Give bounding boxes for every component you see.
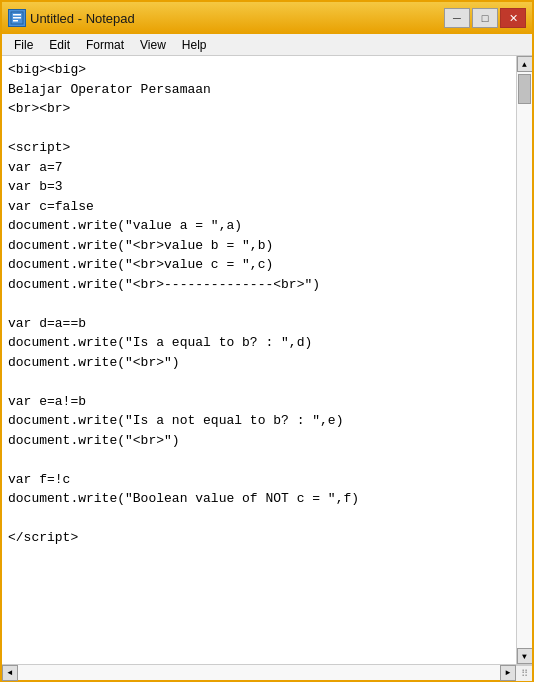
scroll-thumb-vertical[interactable] xyxy=(518,74,531,104)
scroll-up-button[interactable]: ▲ xyxy=(517,56,533,72)
app-icon xyxy=(8,9,26,27)
menu-help[interactable]: Help xyxy=(174,35,215,55)
window-title: Untitled - Notepad xyxy=(30,11,135,26)
editor-container: <big><big> Belajar Operator Persamaan <b… xyxy=(2,56,532,664)
title-bar: Untitled - Notepad ─ □ ✕ xyxy=(2,2,532,34)
svg-rect-2 xyxy=(13,17,21,19)
horizontal-scrollbar: ◄ ► xyxy=(2,665,516,680)
scroll-left-button[interactable]: ◄ xyxy=(2,665,18,681)
svg-rect-3 xyxy=(13,20,18,22)
menu-bar: File Edit Format View Help xyxy=(2,34,532,56)
scroll-track-horizontal[interactable] xyxy=(18,665,500,680)
svg-rect-1 xyxy=(13,14,21,16)
vertical-scrollbar: ▲ ▼ xyxy=(516,56,532,664)
menu-format[interactable]: Format xyxy=(78,35,132,55)
horizontal-scrollbar-container: ◄ ► ⠿ xyxy=(2,664,532,680)
title-bar-left: Untitled - Notepad xyxy=(8,9,135,27)
scroll-down-button[interactable]: ▼ xyxy=(517,648,533,664)
scroll-track-vertical[interactable] xyxy=(517,72,532,648)
menu-edit[interactable]: Edit xyxy=(41,35,78,55)
minimize-button[interactable]: ─ xyxy=(444,8,470,28)
menu-file[interactable]: File xyxy=(6,35,41,55)
menu-view[interactable]: View xyxy=(132,35,174,55)
text-editor[interactable]: <big><big> Belajar Operator Persamaan <b… xyxy=(2,56,516,664)
scroll-right-button[interactable]: ► xyxy=(500,665,516,681)
restore-button[interactable]: □ xyxy=(472,8,498,28)
window-controls: ─ □ ✕ xyxy=(444,8,526,28)
notepad-window: Untitled - Notepad ─ □ ✕ File Edit Forma… xyxy=(0,0,534,682)
resize-handle[interactable]: ⠿ xyxy=(516,665,532,681)
close-button[interactable]: ✕ xyxy=(500,8,526,28)
